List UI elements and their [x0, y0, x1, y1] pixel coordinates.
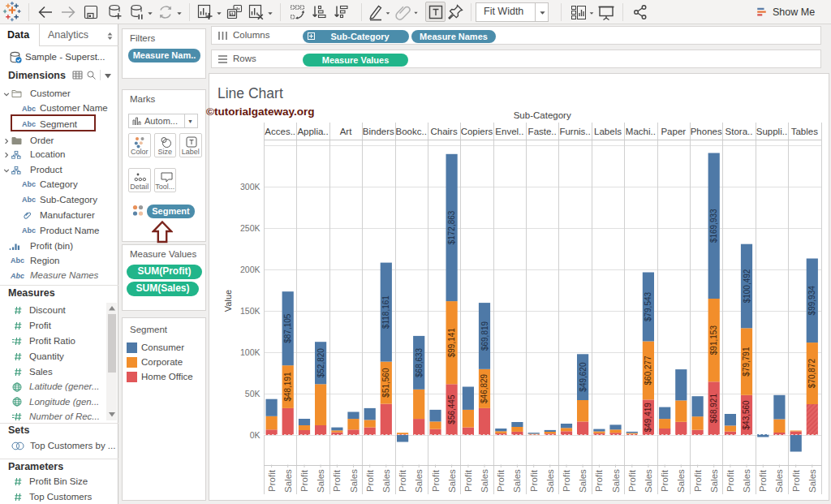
svg-text:Profit: Profit [758, 469, 768, 492]
svg-text:Profit: Profit [693, 469, 703, 492]
svg-text:Profit: Profit [332, 469, 342, 492]
svg-text:Sales: Sales [709, 469, 719, 493]
svg-text:Machi..: Machi.. [626, 127, 656, 136]
svg-text:Sales: Sales [644, 469, 653, 493]
svg-text:100K: 100K [240, 347, 260, 357]
svg-text:Profit: Profit [496, 469, 506, 492]
svg-text:$56,445: $56,445 [447, 394, 456, 424]
svg-text:$49,419: $49,419 [644, 403, 652, 433]
svg-text:Stora..: Stora.. [726, 127, 753, 136]
svg-text:$69,819: $69,819 [480, 321, 489, 351]
svg-text:Sales: Sales [545, 469, 555, 493]
svg-text:Sales: Sales [578, 469, 588, 493]
svg-text:$48,191: $48,191 [283, 372, 292, 402]
svg-text:$43,560: $43,560 [743, 400, 751, 430]
svg-text:Acces..: Acces.. [265, 127, 295, 136]
svg-text:Sales: Sales [742, 469, 751, 493]
svg-text:Profit: Profit [463, 469, 473, 492]
svg-text:Sales: Sales [414, 469, 424, 493]
svg-text:$99,934: $99,934 [807, 286, 816, 316]
svg-text:Bookc..: Bookc.. [396, 127, 427, 136]
svg-text:Binders: Binders [363, 127, 394, 136]
svg-text:Sub-Category: Sub-Category [514, 110, 571, 120]
svg-text:150K: 150K [240, 306, 260, 316]
svg-text:$60,277: $60,277 [644, 355, 652, 386]
svg-text:Paper: Paper [661, 127, 686, 136]
svg-text:Sales: Sales [512, 469, 522, 493]
svg-text:Profit: Profit [365, 469, 375, 492]
svg-text:Profit: Profit [627, 469, 637, 492]
svg-text:$68,633: $68,633 [415, 347, 424, 377]
svg-text:Sales: Sales [349, 469, 359, 493]
svg-text:Sales: Sales [316, 469, 325, 493]
svg-text:Profit: Profit [431, 469, 441, 492]
svg-text:$51,560: $51,560 [381, 368, 390, 398]
svg-text:$169,933: $169,933 [709, 209, 718, 243]
svg-text:Sales: Sales [447, 469, 457, 493]
svg-text:Art: Art [340, 127, 353, 136]
svg-text:Profit: Profit [529, 469, 539, 492]
svg-text:Labels: Labels [594, 127, 622, 136]
svg-text:$118,161: $118,161 [381, 295, 390, 329]
svg-text:$100,492: $100,492 [743, 269, 751, 303]
svg-text:Suppli..: Suppli.. [756, 127, 787, 136]
svg-text:$87,105: $87,105 [283, 313, 292, 343]
svg-text:Profit: Profit [267, 469, 277, 492]
svg-text:Profit: Profit [791, 469, 801, 492]
svg-text:Profit: Profit [398, 469, 407, 492]
svg-text:Sales: Sales [283, 469, 293, 493]
svg-text:Value: Value [223, 290, 233, 312]
svg-text:200K: 200K [240, 265, 260, 274]
svg-text:$91,153: $91,153 [709, 325, 718, 355]
svg-text:0K: 0K [250, 430, 260, 440]
svg-text:$52,820: $52,820 [316, 348, 325, 378]
svg-text:Profit: Profit [299, 469, 309, 492]
svg-text:Chairs: Chairs [430, 127, 457, 136]
svg-text:300K: 300K [240, 182, 260, 192]
svg-text:250K: 250K [240, 223, 260, 233]
svg-text:$99,141: $99,141 [447, 328, 456, 358]
svg-text:Sales: Sales [381, 469, 391, 493]
svg-text:Faste..: Faste.. [528, 127, 557, 136]
svg-text:Furnis..: Furnis.. [559, 127, 590, 136]
svg-text:50K: 50K [245, 389, 260, 398]
svg-text:$49,620: $49,620 [579, 362, 588, 392]
svg-text:$79,543: $79,543 [644, 291, 652, 321]
svg-text:Profit: Profit [726, 469, 735, 492]
svg-text:Profit: Profit [594, 469, 604, 492]
svg-text:Profit: Profit [562, 469, 571, 492]
svg-text:Sales: Sales [774, 469, 784, 493]
svg-text:$46,829: $46,829 [480, 373, 489, 403]
svg-text:Sales: Sales [480, 469, 489, 493]
svg-text:$79,791: $79,791 [743, 347, 751, 377]
svg-text:Sales: Sales [611, 469, 621, 493]
svg-text:Sales: Sales [676, 469, 686, 493]
svg-text:Envel..: Envel.. [495, 127, 523, 136]
svg-text:Phones: Phones [691, 127, 722, 136]
svg-text:Copiers: Copiers [461, 127, 493, 136]
svg-text:Applia..: Applia.. [297, 127, 328, 136]
svg-text:Sales: Sales [807, 469, 817, 493]
svg-text:Tables: Tables [791, 127, 818, 136]
svg-text:$70,872: $70,872 [807, 359, 816, 389]
svg-text:$172,863: $172,863 [447, 210, 456, 244]
svg-text:$68,921: $68,921 [709, 394, 718, 424]
svg-text:Profit: Profit [660, 469, 670, 492]
